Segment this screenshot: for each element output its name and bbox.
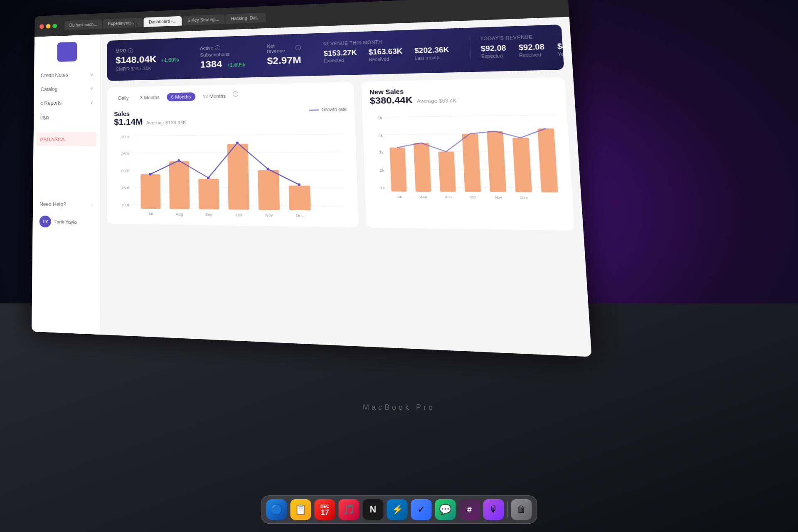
- revenue-details-section: REVENUE THIS MONTH $153.27K Expected $16…: [323, 33, 586, 67]
- net-revenue-label: Net revenue: [267, 43, 294, 54]
- dock-icon-vscode[interactable]: ⚡: [387, 499, 408, 520]
- tab-6months[interactable]: 6 Months: [167, 92, 196, 101]
- net-revenue-value: $2.97M: [267, 54, 301, 66]
- new-sales-chart-svg-container: 5k 4k 3k 2k 1k: [370, 108, 564, 203]
- sidebar-logo: [57, 42, 77, 62]
- svg-point-17: [177, 159, 180, 162]
- svg-text:100k: 100k: [121, 203, 130, 207]
- svg-text:Oct: Oct: [470, 195, 477, 200]
- svg-text:Dec: Dec: [520, 196, 528, 200]
- minimize-button[interactable]: [46, 24, 51, 28]
- svg-text:150k: 150k: [121, 186, 130, 190]
- last-month-revenue: $202.36K Last month: [414, 46, 450, 61]
- cmrr-value: CMRR $147.31K: [116, 65, 179, 71]
- new-sales-chart-card: New Sales $380.44K Average $63.4K 5k: [361, 77, 574, 231]
- tab-daily[interactable]: Daily: [114, 94, 133, 102]
- svg-rect-14: [258, 170, 280, 210]
- dock-icon-calendar[interactable]: DEC 17: [315, 499, 335, 520]
- close-button[interactable]: [39, 24, 44, 29]
- sidebar-item-catalog[interactable]: Catalog ∨: [34, 81, 100, 96]
- divider-2: [256, 46, 256, 67]
- svg-line-33: [384, 115, 556, 117]
- main-content: MRR i $148.04K +1.60% CMRR $147.31K Acti…: [100, 17, 591, 357]
- sidebar-user-profile[interactable]: TY Tarik Yayla: [33, 211, 100, 232]
- help-label: Need Help?: [39, 201, 66, 207]
- legend-line-icon: [309, 109, 319, 110]
- user-name: Tarik Yayla: [54, 219, 77, 224]
- info-icon-chart: i: [233, 91, 238, 97]
- svg-rect-38: [390, 148, 407, 192]
- sidebar-highlight-psd2[interactable]: PSD2/SCA: [37, 132, 96, 146]
- dock-icon-music[interactable]: 🎵: [339, 499, 360, 520]
- sidebar-item-help[interactable]: Need Help? ···: [33, 197, 100, 212]
- svg-text:300k: 300k: [121, 135, 130, 139]
- sales-total-value: $1.14M: [114, 117, 143, 127]
- subscriptions-change: +1.69%: [227, 62, 245, 69]
- svg-rect-43: [512, 138, 532, 192]
- today-received: $92.08 Received: [518, 43, 545, 58]
- dock-icon-podcast[interactable]: 🎙: [483, 499, 504, 520]
- maximize-button[interactable]: [52, 23, 57, 28]
- stats-header-card: MRR i $148.04K +1.60% CMRR $147.31K Acti…: [107, 25, 564, 81]
- sidebar-label-credit-notes: Credit Notes: [41, 72, 68, 79]
- tab-strategy[interactable]: 5 Key Strategi...: [182, 14, 225, 25]
- divider-3: [312, 44, 313, 65]
- sidebar-item-reports[interactable]: c Reports ∨: [34, 95, 100, 111]
- today-expected-desc: Expected: [481, 53, 507, 59]
- received-desc: Received: [369, 56, 403, 62]
- sales-title-group: Sales $1.14M Average $189.44K: [114, 109, 186, 127]
- subscriptions-label-2: Subscriptions: [200, 52, 229, 57]
- svg-rect-44: [537, 128, 558, 192]
- revenue-this-month: REVENUE THIS MONTH $153.27K Expected $16…: [323, 37, 450, 63]
- tab-dashboard[interactable]: Dashboard -...: [144, 16, 182, 27]
- svg-text:Nov: Nov: [495, 195, 502, 200]
- svg-rect-40: [438, 152, 456, 192]
- svg-text:Jul: Jul: [397, 195, 402, 199]
- svg-rect-10: [140, 174, 160, 209]
- svg-text:200k: 200k: [121, 169, 130, 173]
- sidebar: Credit Notes ∨ Catalog ∨ c Reports ∨ ing…: [32, 34, 100, 335]
- svg-rect-12: [198, 179, 219, 209]
- mrr-label: MRR: [116, 48, 126, 54]
- svg-rect-42: [487, 131, 507, 192]
- sidebar-label-reports: c Reports: [40, 100, 62, 106]
- sidebar-item-credit-notes[interactable]: Credit Notes ∨: [34, 67, 100, 83]
- tab-experiments[interactable]: Experiments -...: [103, 17, 143, 28]
- sales-chart-card: Daily 3 Months 6 Months 12 Months i Sale…: [107, 82, 359, 227]
- sidebar-label-catalog: Catalog: [41, 86, 58, 93]
- expected-desc: Expected: [324, 58, 357, 64]
- today-expected-amount: $92.08: [480, 44, 506, 53]
- svg-text:Sep: Sep: [205, 212, 213, 217]
- svg-text:Oct: Oct: [235, 213, 242, 217]
- mrr-value: $148.04K: [116, 54, 157, 66]
- dock-icon-finder[interactable]: 🔵: [266, 499, 287, 520]
- new-sales-chart-svg: 5k 4k 3k 2k 1k: [370, 108, 564, 203]
- svg-text:Aug: Aug: [176, 212, 183, 217]
- sidebar-item-settings[interactable]: ings: [34, 109, 100, 124]
- svg-text:Dec: Dec: [296, 213, 304, 218]
- tab-3months[interactable]: 3 Months: [135, 93, 164, 102]
- sales-chart-header: Sales $1.14M Average $189.44K Growth rat…: [114, 107, 347, 127]
- tab-hacking[interactable]: Hacking: Dat...: [225, 12, 266, 24]
- svg-text:250k: 250k: [121, 152, 130, 156]
- revenue-month-row: $153.27K Expected $163.63K Received $202…: [324, 46, 450, 64]
- new-sales-value: $380.44K: [369, 95, 413, 106]
- time-tabs-sales: Daily 3 Months 6 Months 12 Months i: [114, 91, 239, 102]
- svg-text:Jul: Jul: [148, 212, 153, 216]
- sales-legend: Growth rate: [309, 107, 347, 112]
- tab-email[interactable]: Du hast nach...: [64, 19, 102, 30]
- dock-icon-tasks[interactable]: ✓: [411, 499, 432, 520]
- dock-icon-slack[interactable]: #: [459, 499, 480, 520]
- sidebar-label-settings: ings: [40, 114, 49, 120]
- macbook-label: MacBook Pro: [363, 403, 435, 412]
- dock-icon-trash[interactable]: 🗑: [511, 499, 532, 520]
- tab-12months[interactable]: 12 Months: [198, 91, 231, 101]
- dock-icon-notes[interactable]: 📋: [291, 499, 311, 520]
- dock-icon-whatsapp[interactable]: 💬: [435, 499, 456, 520]
- expected-amount: $153.27K: [324, 49, 357, 58]
- today-expected: $92.08 Expected: [480, 44, 507, 59]
- dock-icon-notion[interactable]: N: [363, 499, 384, 520]
- today-received-amount: $92.08: [518, 43, 544, 52]
- subscriptions-label: Active: [200, 45, 213, 51]
- last-month-desc: Last month: [415, 55, 450, 61]
